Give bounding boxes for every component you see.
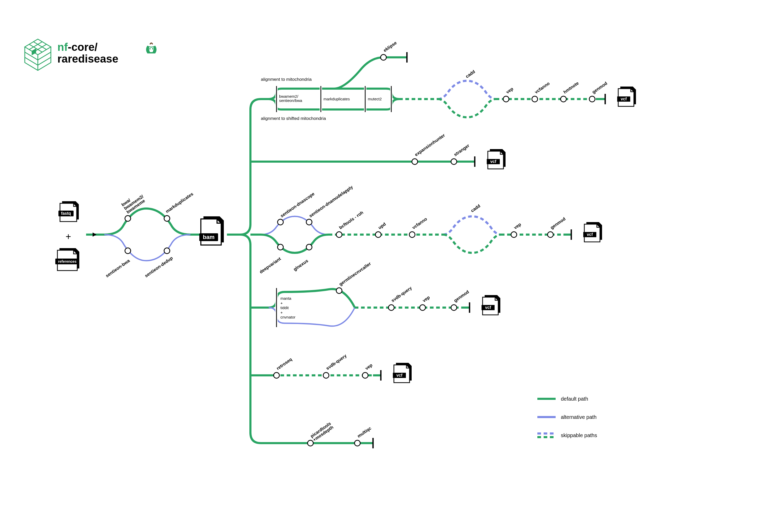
svg-point-75 (420, 305, 425, 310)
svg-text:bcftools - roh: bcftools - roh (338, 210, 364, 230)
svg-text:eklipse: eklipse (382, 40, 398, 53)
svg-rect-0 (32, 49, 36, 55)
legend: default path alternative path skippable … (537, 396, 597, 438)
node-sentieon-dedup (164, 248, 170, 254)
svg-text:mutect2: mutect2 (368, 97, 382, 101)
branch-mito: alignment to mitochondria alignment to s… (261, 40, 608, 121)
svg-point-76 (451, 305, 457, 310)
svg-text:stranger: stranger (453, 143, 470, 157)
svg-point-93 (355, 440, 360, 446)
node-bwa (125, 216, 131, 221)
logo: nf-core/ raredisease (25, 39, 156, 70)
svg-text:vcf: vcf (490, 159, 496, 164)
arrow-icon (93, 233, 96, 237)
svg-point-40 (412, 159, 418, 164)
svg-text:fastq: fastq (61, 211, 71, 216)
vcf-mito: vcf (617, 87, 636, 106)
vcf-snv: vcf (583, 222, 602, 242)
label-markdup: markduplicates (164, 191, 194, 214)
branch-retroseq: retroseq svdb-query vep (274, 353, 381, 381)
vcf-exp: vcf (487, 149, 505, 169)
label-sentieon-dedup: sentieon-dedup (144, 255, 174, 278)
svg-text:vcfanno: vcfanno (411, 216, 428, 230)
svg-text:alignment to shifted mitochond: alignment to shifted mitochondria (261, 116, 326, 121)
svg-point-3 (149, 48, 150, 50)
branch-sv: manta+tiddit+cnvnator germlinecnvcaller … (269, 261, 470, 327)
node-sentieon-bwa (125, 248, 131, 254)
svg-point-49 (306, 244, 312, 250)
svg-text:vcf: vcf (621, 97, 627, 101)
svg-text:vcfanno: vcfanno (534, 81, 550, 95)
svg-text:retroseq: retroseq (276, 357, 293, 371)
svg-point-74 (388, 305, 394, 310)
svg-text:sentieon-dnamodelapply: sentieon-dnamodelapply (308, 185, 354, 219)
branch-qc: picardtools+mosdepth multiqc (292, 421, 373, 448)
svg-text:vcf: vcf (587, 232, 593, 237)
svg-text:vep: vep (505, 86, 514, 95)
svg-point-41 (451, 159, 457, 164)
svg-point-48 (278, 244, 283, 250)
svg-point-29 (503, 96, 509, 102)
svg-text:svdb-query: svdb-query (325, 353, 347, 371)
svg-point-31 (560, 96, 566, 102)
svg-point-82 (274, 372, 279, 378)
svg-text:glnexus: glnexus (292, 258, 309, 272)
vcf-retro: vcf (393, 363, 412, 383)
node-markdup (164, 216, 170, 221)
label-sentieon-bwa: sentieon-bwa (105, 258, 131, 278)
svg-text:manta+tiddit+cnvnator: manta+tiddit+cnvnator (281, 296, 296, 319)
svg-text:upd: upd (377, 222, 387, 230)
svg-text:references: references (58, 259, 77, 264)
vcf-sv: vcf (481, 295, 500, 315)
svg-text:cadd: cadd (470, 203, 481, 213)
svg-point-32 (589, 96, 595, 102)
label-bwa: bwa/bwamem2/bwameme (120, 190, 147, 215)
svg-text:hmtnote: hmtnote (562, 81, 580, 95)
svg-text:vcf: vcf (396, 373, 402, 377)
svg-text:alternative path: alternative path (561, 414, 597, 420)
svg-text:expansionhunter: expansionhunter (414, 133, 446, 157)
svg-text:alignment to mitochondria: alignment to mitochondria (261, 77, 312, 82)
svg-text:markduplicates: markduplicates (324, 97, 350, 101)
path-sentieon-bwa (104, 235, 190, 261)
svg-text:genmod: genmod (453, 289, 470, 303)
branch-expansionhunter: expansionhunter stranger (404, 133, 475, 167)
path-bwa (104, 209, 190, 235)
svg-point-30 (532, 96, 537, 102)
svg-point-85 (362, 372, 368, 378)
svg-text:raredisease: raredisease (57, 53, 118, 65)
svg-point-84 (323, 372, 329, 378)
svg-point-46 (278, 219, 283, 225)
svg-text:vep: vep (513, 222, 522, 230)
input-fastq: fastq (58, 201, 79, 222)
svg-text:vep: vep (422, 295, 431, 303)
svg-point-24 (381, 54, 386, 60)
branch-snv-calling: sentieon-dnascope sentieon-dnamodelapply… (259, 185, 571, 275)
svg-point-55 (375, 232, 381, 237)
svg-text:picardtools+mosdepth: picardtools+mosdepth (309, 421, 334, 442)
svg-point-54 (336, 232, 342, 237)
svg-text:default path: default path (561, 396, 588, 402)
svg-text:bwamem2/sentieon/bwa: bwamem2/sentieon/bwa (279, 94, 302, 103)
svg-text:nf-core/: nf-core/ (57, 41, 97, 53)
svg-point-47 (306, 219, 312, 225)
svg-text:deepvariant: deepvariant (259, 256, 282, 274)
svg-text:germlinecnvcaller: germlinecnvcaller (338, 261, 372, 287)
pipeline-diagram: nf-core/ raredisease fastq + references … (0, 0, 769, 532)
bam-file: bam (199, 216, 224, 245)
svg-text:multiqc: multiqc (356, 426, 372, 439)
svg-point-92 (308, 440, 313, 446)
svg-text:svdb-query: svdb-query (390, 285, 413, 303)
svg-point-70 (336, 288, 342, 293)
svg-text:cadd: cadd (465, 69, 476, 79)
svg-text:vep: vep (364, 363, 373, 371)
input-references: references (55, 248, 79, 271)
svg-point-56 (409, 232, 415, 237)
svg-point-62 (511, 232, 517, 237)
svg-text:genmod: genmod (549, 216, 566, 230)
svg-point-63 (547, 232, 553, 237)
svg-text:skippable paths: skippable paths (561, 432, 597, 438)
svg-text:genmod: genmod (591, 81, 608, 95)
plus-icon: + (65, 231, 71, 242)
svg-text:bam: bam (203, 234, 215, 240)
